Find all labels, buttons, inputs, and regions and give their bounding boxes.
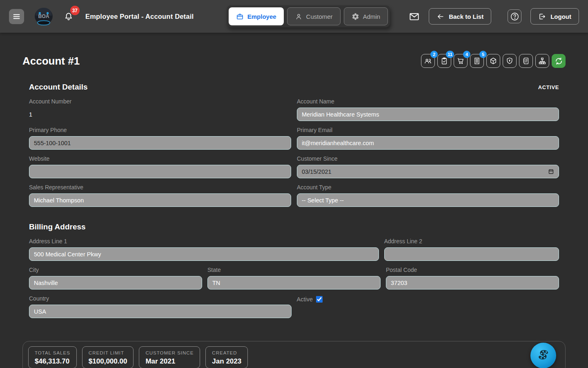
navbar-right-group: Back to List Logout — [409, 8, 579, 25]
contacts-icon — [424, 57, 432, 65]
arrow-left-icon — [437, 13, 444, 20]
orders-count-badge: 4 — [463, 51, 470, 58]
customer-since-value: 03/15/2021 — [302, 168, 332, 175]
tasks-button[interactable]: 11 — [437, 54, 451, 68]
stat-value: Mar 2021 — [145, 357, 194, 366]
notes-button[interactable] — [519, 54, 533, 68]
stat-label: CUSTOMER SINCE — [145, 350, 194, 355]
customer-since-label: Customer Since — [297, 155, 559, 162]
country-input[interactable] — [29, 305, 292, 318]
primary-phone-input[interactable] — [29, 136, 291, 150]
snake-brand-logo — [530, 343, 556, 368]
tab-employee[interactable]: Employee — [229, 7, 284, 25]
website-field-group: Website — [29, 155, 291, 178]
account-name-label: Account Name — [297, 98, 559, 105]
mail-button[interactable] — [409, 11, 420, 22]
sales-rep-input[interactable] — [29, 193, 291, 207]
orders-button[interactable]: 4 — [454, 54, 468, 68]
stat-value: Jan 2023 — [212, 357, 241, 366]
address-line1-input[interactable] — [29, 247, 379, 261]
tab-customer-label: Customer — [306, 13, 333, 20]
tab-admin-label: Admin — [363, 13, 381, 20]
account-number-value: 1 — [29, 108, 291, 118]
menu-button[interactable] — [9, 9, 24, 24]
state-input[interactable] — [207, 276, 381, 289]
address-line2-label: Address Line 2 — [384, 238, 559, 245]
refresh-button[interactable] — [552, 54, 566, 68]
help-icon — [510, 12, 519, 21]
active-field-group: Active — [297, 295, 559, 303]
portal-tabs: Employee Customer Admin — [227, 5, 390, 27]
account-type-select[interactable]: -- Select Type -- — [297, 193, 559, 207]
logout-label: Logout — [550, 13, 571, 20]
contacts-button[interactable]: 2 — [421, 54, 435, 68]
security-button[interactable] — [503, 54, 517, 68]
products-button[interactable] — [486, 54, 500, 68]
city-field-group: City — [29, 267, 202, 289]
postal-code-input[interactable] — [386, 276, 559, 289]
stat-label: CREATED — [212, 350, 241, 355]
customer-since-field-group: Customer Since 03/15/2021 — [297, 155, 559, 178]
city-input[interactable] — [29, 276, 202, 289]
logout-button[interactable]: Logout — [530, 8, 579, 25]
country-label: Country — [29, 295, 292, 302]
customer-since-date-input[interactable]: 03/15/2021 — [297, 165, 559, 178]
tab-customer[interactable]: Customer — [287, 7, 341, 25]
tasks-count-badge: 11 — [446, 51, 454, 58]
primary-email-field-group: Primary Email — [297, 127, 559, 150]
calendar-icon[interactable] — [548, 168, 554, 175]
primary-email-input[interactable] — [297, 136, 559, 150]
logout-icon — [538, 13, 546, 20]
primary-phone-label: Primary Phone — [29, 127, 291, 133]
address-line2-input[interactable] — [384, 247, 559, 261]
account-name-input[interactable] — [297, 108, 559, 121]
address-line1-field-group: Address Line 1 — [29, 238, 379, 261]
stat-credit-limit: CREDIT LIMIT $100,000.00 — [82, 346, 134, 368]
address-line1-label: Address Line 1 — [29, 238, 379, 245]
tab-admin[interactable]: Admin — [344, 7, 388, 25]
billing-address-title: Billing Address — [29, 222, 559, 231]
help-button[interactable] — [508, 9, 521, 23]
invoice-icon — [473, 57, 481, 65]
boa-logo: BOA — [32, 5, 55, 28]
stat-label: CREDIT LIMIT — [89, 350, 127, 355]
account-heading: Account #1 — [22, 55, 80, 67]
country-field-group: Country — [29, 295, 292, 318]
back-to-list-button[interactable]: Back to List — [429, 8, 491, 25]
postal-code-label: Postal Code — [386, 267, 559, 273]
navbar-left-group: BOA 37 Employee Portal - Account Detail — [9, 5, 194, 28]
related-records-toolbar: 2 11 4 — [421, 54, 566, 68]
cart-icon — [457, 57, 465, 65]
shield-icon — [506, 57, 514, 65]
active-label: Active — [297, 296, 313, 303]
primary-email-label: Primary Email — [297, 127, 559, 133]
snake-s-icon — [535, 347, 552, 364]
envelope-icon — [409, 11, 420, 22]
contacts-count-badge: 2 — [430, 51, 438, 58]
state-field-group: State — [207, 267, 381, 289]
state-label: State — [207, 267, 381, 273]
sales-rep-field-group: Sales Representative — [29, 184, 291, 207]
active-checkbox[interactable] — [316, 296, 323, 303]
journal-icon — [522, 57, 530, 65]
account-name-field-group: Account Name — [297, 98, 559, 121]
account-number-field-group: Account Number 1 — [29, 98, 291, 121]
website-input[interactable] — [29, 165, 291, 178]
app-title: Employee Portal - Account Detail — [85, 13, 194, 20]
hierarchy-button[interactable] — [535, 54, 549, 68]
notifications-button[interactable]: 37 — [63, 11, 74, 22]
invoices-count-badge: 5 — [479, 51, 487, 58]
primary-phone-field-group: Primary Phone — [29, 127, 291, 150]
notification-badge: 37 — [70, 6, 80, 15]
package-icon — [489, 57, 497, 65]
invoices-button[interactable]: 5 — [470, 54, 484, 68]
stat-created: CREATED Jan 2023 — [205, 346, 248, 368]
account-detail-page: Account #1 2 11 — [0, 33, 588, 368]
sitemap-icon — [538, 57, 546, 65]
top-navbar: BOA 37 Employee Portal - Account Detail — [0, 0, 588, 33]
svg-text:BOA: BOA — [38, 13, 49, 19]
postal-code-field-group: Postal Code — [386, 267, 559, 289]
briefcase-icon — [236, 13, 244, 20]
stat-value: $46,313.70 — [35, 357, 70, 366]
sales-rep-label: Sales Representative — [29, 184, 291, 191]
